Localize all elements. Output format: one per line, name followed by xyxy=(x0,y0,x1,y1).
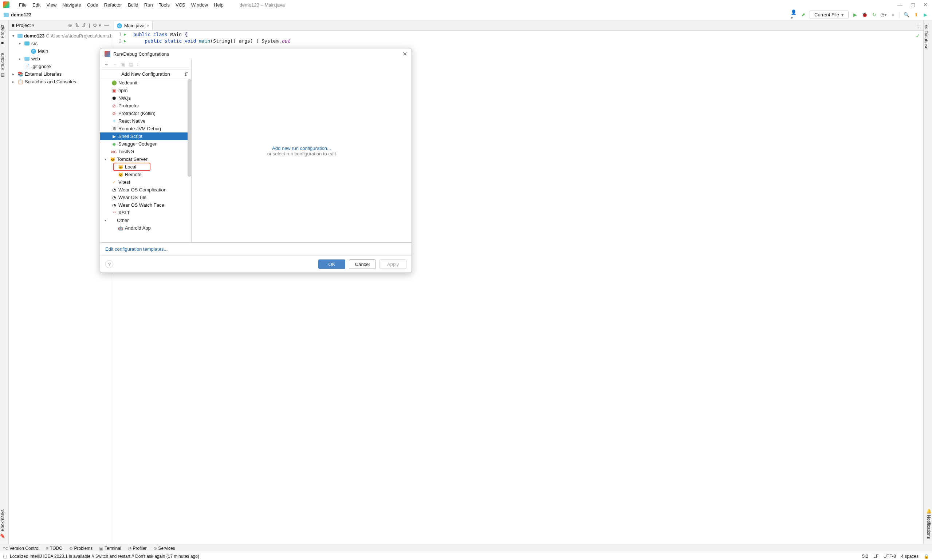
left-tool-gutter: ■ Project ▤ Structure 🔖 Bookmarks xyxy=(0,20,9,544)
run-line-2-icon[interactable]: ▶ xyxy=(124,38,130,45)
add-new-run-config-link[interactable]: Add new run configuration... xyxy=(272,146,331,151)
gutter-structure[interactable]: ▤ Structure xyxy=(0,50,5,81)
config-item-remote[interactable]: 🐱Remote xyxy=(100,171,191,178)
collapse-icon[interactable]: ⇵ xyxy=(82,23,86,28)
help-button[interactable]: ? xyxy=(105,260,113,268)
remove-config-icon[interactable]: － xyxy=(112,61,117,68)
tool-services[interactable]: ⊙Services xyxy=(153,546,175,551)
close-tab-icon[interactable]: × xyxy=(147,23,150,28)
search-icon[interactable]: 🔍 xyxy=(904,12,909,18)
menu-code[interactable]: Code xyxy=(84,2,101,8)
config-item-remote-jvm-debug[interactable]: 🖥Remote JVM Debug xyxy=(100,125,191,132)
config-item-other[interactable]: ▾Other xyxy=(100,217,191,224)
tree-item-scratches-and-consoles[interactable]: ▸📋Scratches and Consoles xyxy=(9,78,112,86)
run-button[interactable]: ▶ xyxy=(852,12,858,18)
status-line-ending[interactable]: LF xyxy=(873,554,878,559)
config-item-nw-js[interactable]: ⬢NW.js xyxy=(100,94,191,102)
apply-button[interactable]: Apply xyxy=(380,260,406,269)
gutter-bookmarks[interactable]: 🔖 Bookmarks xyxy=(0,506,5,542)
cancel-button[interactable]: Cancel xyxy=(349,260,376,269)
config-item-protractor-kotlin-[interactable]: ⊘Protractor (Kotlin) xyxy=(100,109,191,117)
config-item-npm[interactable]: ▣npm xyxy=(100,86,191,94)
ok-button[interactable]: OK xyxy=(318,260,345,269)
status-position[interactable]: 5:2 xyxy=(862,554,868,559)
project-panel-header: ■ Project ▾ ⊕ ⇅ ⇵ | ⚙ ▾ — xyxy=(9,20,112,31)
menu-navigate[interactable]: Navigate xyxy=(59,2,84,8)
tree-item-external-libraries[interactable]: ▸📚External Libraries xyxy=(9,70,112,78)
gutter-project[interactable]: ■ Project xyxy=(0,22,5,48)
status-indent[interactable]: 4 spaces xyxy=(901,554,918,559)
dialog-close-icon[interactable]: ✕ xyxy=(403,51,407,57)
expand-icon[interactable]: ⇅ xyxy=(75,23,79,28)
gutter-notifications[interactable]: 🔔 Notifications xyxy=(926,505,931,542)
menu-run[interactable]: Run xyxy=(141,2,156,8)
tool-profiler[interactable]: ◔Profiler xyxy=(128,546,147,551)
add-config-icon[interactable]: ＋ xyxy=(104,61,108,68)
config-item-android-app[interactable]: 🤖Android App xyxy=(100,224,191,232)
menu-help[interactable]: Help xyxy=(211,2,227,8)
config-item-testng[interactable]: ɴɢTestNG xyxy=(100,148,191,155)
gutter-database[interactable]: 🗄 Database xyxy=(924,22,929,52)
config-item-swagger-codegen[interactable]: ◉Swagger Codegen xyxy=(100,140,191,148)
save-config-icon[interactable]: ▤ xyxy=(128,62,133,67)
check-icon[interactable]: ✓ xyxy=(916,32,920,39)
config-type-list[interactable]: 🟢Nodeunit▣npm⬢NW.js⊘Protractor⊘Protracto… xyxy=(100,79,191,242)
user-icon[interactable]: 👤▾ xyxy=(791,12,796,18)
config-item-nodeunit[interactable]: 🟢Nodeunit xyxy=(100,79,191,86)
run-line-1-icon[interactable]: ▶ xyxy=(124,31,130,38)
breadcrumb-project[interactable]: demo123 xyxy=(11,12,31,17)
config-item-tomcat-server[interactable]: ▾🐱Tomcat Server xyxy=(100,155,191,163)
run-config-dropdown[interactable]: Current File▾ xyxy=(810,11,849,19)
maximize-button[interactable]: ▢ xyxy=(910,2,915,8)
stop-button[interactable]: ■ xyxy=(890,12,896,18)
menu-refactor[interactable]: Refactor xyxy=(101,2,125,8)
status-icon[interactable]: ▢ xyxy=(3,554,7,559)
config-item-react-native[interactable]: ⚛React Native xyxy=(100,117,191,125)
menu-view[interactable]: View xyxy=(43,2,59,8)
menu-vcs[interactable]: VCS xyxy=(173,2,188,8)
settings-icon[interactable]: ⚙ ▾ xyxy=(93,23,101,28)
sort-config-icon[interactable]: ↕ xyxy=(137,62,139,67)
edit-templates-link[interactable]: Edit configuration templates... xyxy=(105,246,168,252)
menu-tools[interactable]: Tools xyxy=(156,2,173,8)
editor-tab-main[interactable]: C Main.java × xyxy=(114,21,153,30)
play-triangle-icon[interactable]: ▶ xyxy=(923,12,928,18)
debug-button[interactable]: 🐞 xyxy=(862,12,867,18)
tool-terminal[interactable]: ▣Terminal xyxy=(99,546,121,551)
tool-problems[interactable]: ⊘Problems xyxy=(69,546,93,551)
config-item-local[interactable]: 🐱Local xyxy=(100,163,191,171)
profile-button[interactable]: ◔▾ xyxy=(881,12,886,18)
config-item-vitest[interactable]: ✓Vitest xyxy=(100,178,191,186)
menu-build[interactable]: Build xyxy=(125,2,141,8)
copy-config-icon[interactable]: ▣ xyxy=(120,62,125,67)
tree-item--gitignore[interactable]: 📄.gitignore xyxy=(9,63,112,70)
menu-edit[interactable]: Edit xyxy=(29,2,43,8)
scrollbar[interactable] xyxy=(188,79,191,177)
build-icon[interactable]: ⬈ xyxy=(800,12,806,18)
select-opened-icon[interactable]: ⊕ xyxy=(68,23,72,28)
coverage-button[interactable]: ↻ xyxy=(871,12,877,18)
tree-item-demo123[interactable]: ▾demo123C:\Users\a\IdeaProjects\demo1 xyxy=(9,32,112,40)
close-window-button[interactable]: ✕ xyxy=(923,2,927,8)
config-item-wear-os-tile[interactable]: ◔Wear OS Tile xyxy=(100,194,191,201)
tree-item-main[interactable]: CMain xyxy=(9,47,112,55)
tree-item-web[interactable]: ▸web xyxy=(9,55,112,63)
config-item-wear-os-complication[interactable]: ◔Wear OS Complication xyxy=(100,186,191,194)
status-encoding[interactable]: UTF-8 xyxy=(884,554,896,559)
tree-item-src[interactable]: ▾src xyxy=(9,40,112,47)
config-item-protractor[interactable]: ⊘Protractor xyxy=(100,102,191,109)
editor-more-icon[interactable]: ⋮ xyxy=(916,23,920,28)
config-item-xslt[interactable]: ˣˢXSLT xyxy=(100,209,191,217)
update-icon[interactable]: ⬆ xyxy=(913,12,919,18)
config-item-wear-os-watch-face[interactable]: ◔Wear OS Watch Face xyxy=(100,201,191,209)
tool-todo[interactable]: ≡TODO xyxy=(46,546,62,551)
minimize-button[interactable]: — xyxy=(897,2,903,8)
status-readonly-icon[interactable]: 🔒 xyxy=(924,554,929,559)
menu-file[interactable]: File xyxy=(16,2,29,8)
expand-all-icon[interactable]: ⇵ xyxy=(184,71,188,77)
tool-version-control[interactable]: ⌥Version Control xyxy=(3,546,39,551)
status-message[interactable]: Localized IntelliJ IDEA 2023.1 is availa… xyxy=(10,554,199,559)
menu-window[interactable]: Window xyxy=(188,2,211,8)
config-item-shell-script[interactable]: ▶Shell Script xyxy=(100,132,191,140)
hide-icon[interactable]: — xyxy=(104,23,109,28)
